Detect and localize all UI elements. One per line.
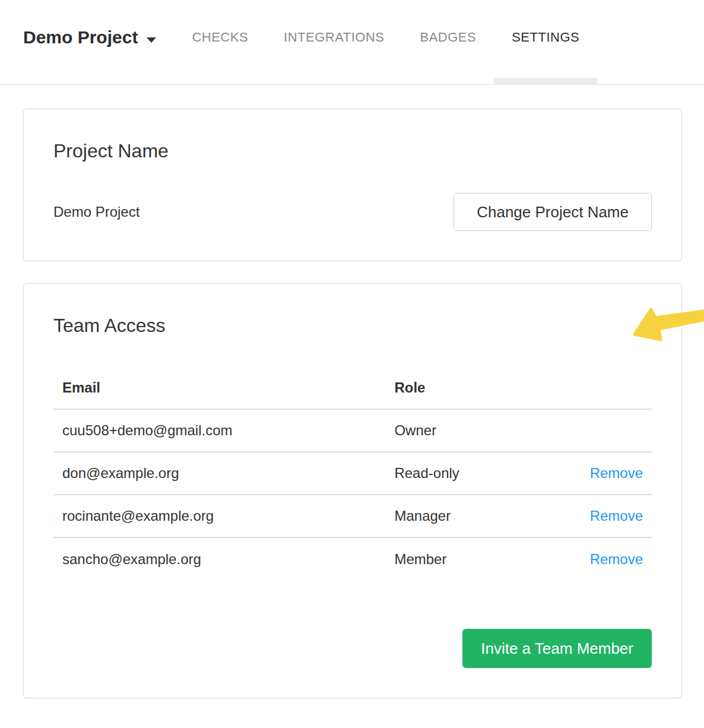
email-column-header: Email bbox=[53, 366, 385, 409]
remove-member-link[interactable]: Remove bbox=[590, 465, 643, 481]
nav-tabs: CHECKS INTEGRATIONS BADGES SETTINGS bbox=[174, 0, 597, 84]
project-name-row: Demo Project Change Project Name bbox=[53, 193, 652, 231]
member-email: don@example.org bbox=[53, 452, 385, 495]
top-navigation: Demo Project CHECKS INTEGRATIONS BADGES … bbox=[0, 0, 704, 85]
member-role: Manager bbox=[385, 495, 553, 537]
current-project-name: Demo Project bbox=[53, 204, 139, 220]
tab-label: INTEGRATIONS bbox=[284, 30, 384, 45]
tab-settings[interactable]: SETTINGS bbox=[494, 0, 597, 84]
project-name-card: Project Name Demo Project Change Project… bbox=[23, 109, 682, 261]
member-action-cell: Remove bbox=[553, 537, 652, 580]
member-role: Member bbox=[385, 537, 553, 580]
caret-down-icon bbox=[147, 37, 156, 43]
invite-team-member-button[interactable]: Invite a Team Member bbox=[462, 629, 652, 668]
invite-button-row: Invite a Team Member bbox=[53, 629, 652, 668]
tab-checks[interactable]: CHECKS bbox=[174, 0, 266, 84]
tab-integrations[interactable]: INTEGRATIONS bbox=[266, 0, 402, 84]
project-name-card-title: Project Name bbox=[53, 138, 652, 164]
member-email: sancho@example.org bbox=[53, 537, 385, 580]
change-project-name-button[interactable]: Change Project Name bbox=[454, 193, 652, 231]
member-action-cell: Remove bbox=[553, 495, 652, 537]
tab-label: SETTINGS bbox=[512, 30, 579, 45]
settings-page: Project Name Demo Project Change Project… bbox=[0, 109, 704, 698]
member-email: cuu508+demo@gmail.com bbox=[53, 409, 385, 452]
table-row: don@example.org Read-only Remove bbox=[53, 452, 652, 495]
table-row: cuu508+demo@gmail.com Owner bbox=[53, 409, 652, 452]
table-row: sancho@example.org Member Remove bbox=[53, 537, 652, 580]
role-column-header: Role bbox=[385, 366, 553, 409]
member-action-cell bbox=[553, 409, 652, 452]
member-role: Owner bbox=[385, 409, 553, 452]
tab-label: CHECKS bbox=[192, 30, 248, 45]
member-email: rocinante@example.org bbox=[53, 495, 385, 537]
team-access-card-title: Team Access bbox=[53, 312, 652, 339]
project-switcher-dropdown[interactable]: Demo Project bbox=[23, 0, 156, 84]
member-role: Read-only bbox=[385, 452, 553, 495]
action-column-header bbox=[553, 366, 652, 409]
tab-badges[interactable]: BADGES bbox=[402, 0, 494, 84]
project-title: Demo Project bbox=[23, 27, 138, 48]
team-members-table: Email Role cuu508+demo@gmail.com Owner d… bbox=[53, 366, 652, 580]
tab-label: BADGES bbox=[420, 30, 476, 45]
table-row: rocinante@example.org Manager Remove bbox=[53, 495, 652, 537]
team-access-card: Team Access Email Role cuu508+demo@gmail… bbox=[23, 283, 682, 698]
active-tab-indicator bbox=[494, 78, 597, 84]
remove-member-link[interactable]: Remove bbox=[590, 551, 643, 567]
remove-member-link[interactable]: Remove bbox=[590, 508, 643, 524]
member-action-cell: Remove bbox=[553, 452, 652, 495]
table-header-row: Email Role bbox=[53, 366, 652, 409]
